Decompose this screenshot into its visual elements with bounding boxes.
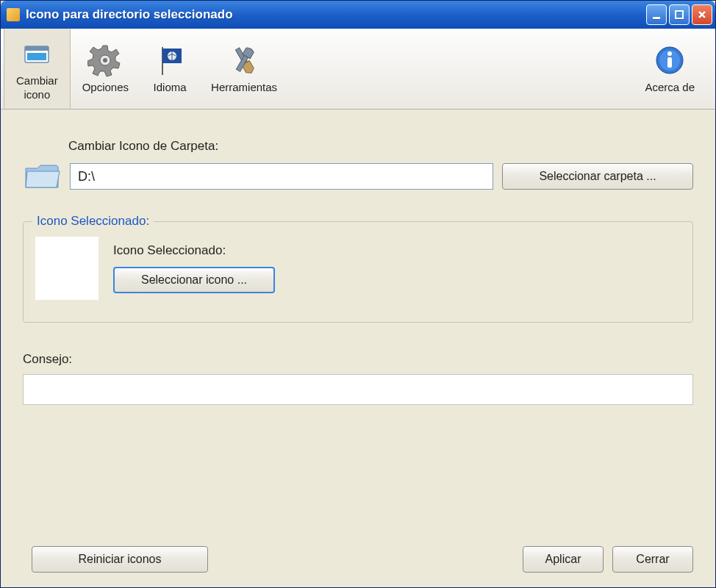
folder-path-input[interactable] [70, 163, 493, 190]
maximize-button[interactable] [669, 4, 690, 25]
svg-rect-0 [653, 17, 660, 19]
select-folder-button[interactable]: Seleccionar carpeta ... [502, 163, 693, 190]
change-icon-icon [19, 36, 54, 71]
folder-row: Seleccionar carpeta ... [23, 161, 693, 192]
reset-icons-button[interactable]: Reiniciar iconos [32, 546, 208, 573]
tip-label: Consejo: [23, 352, 693, 367]
tab-label: Idioma [154, 81, 187, 95]
tab-about[interactable]: Acerca de [633, 29, 706, 109]
svg-rect-14 [667, 57, 672, 68]
gear-icon [87, 43, 123, 78]
window-controls [646, 4, 712, 25]
bottom-button-bar: Reiniciar iconos Aplicar Cerrar [23, 546, 693, 573]
svg-rect-4 [27, 53, 46, 60]
close-button[interactable] [692, 4, 712, 25]
svg-rect-1 [676, 11, 683, 18]
tab-options[interactable]: Opciones [71, 29, 140, 109]
tab-label: Opciones [82, 81, 129, 95]
tab-tools[interactable]: Herramientas [199, 29, 289, 109]
close-dialog-button[interactable]: Cerrar [612, 546, 693, 573]
tab-label: Cambiaricono [16, 74, 58, 102]
minimize-button[interactable] [646, 4, 667, 25]
svg-rect-3 [25, 46, 49, 51]
svg-point-13 [667, 51, 672, 56]
tab-language[interactable]: Idioma [140, 29, 199, 109]
tools-icon [226, 43, 262, 78]
apply-button[interactable]: Aplicar [523, 546, 604, 573]
svg-point-6 [103, 58, 107, 62]
maximize-icon [674, 10, 684, 20]
icon-selected-label: Icono Seleccionado: [113, 243, 275, 258]
content-area: Cambiar Icono de Carpeta: Seleccionar ca… [1, 110, 715, 587]
select-icon-button[interactable]: Seleccionar icono ... [113, 267, 275, 293]
app-icon [7, 8, 20, 21]
tip-display [23, 374, 693, 405]
info-icon [652, 43, 687, 78]
folder-section-label: Cambiar Icono de Carpeta: [68, 139, 693, 154]
tab-label: Herramientas [211, 81, 277, 95]
close-icon [697, 10, 707, 20]
tab-label: Acerca de [645, 81, 695, 95]
tip-section: Consejo: [23, 352, 693, 405]
application-window: Icono para directorio seleccionado [0, 0, 716, 588]
icon-groupbox: Icono Seleccionado: Icono Seleccionado: … [23, 221, 693, 323]
toolbar: Cambiaricono Opciones [1, 29, 715, 110]
icon-preview-box [35, 237, 99, 300]
groupbox-title: Icono Seleccionado: [32, 214, 154, 229]
folder-icon [23, 161, 61, 192]
flag-icon [152, 43, 187, 78]
tab-change-icon[interactable]: Cambiaricono [4, 29, 71, 109]
title-bar: Icono para directorio seleccionado [1, 1, 715, 29]
window-title: Icono para directorio seleccionado [26, 7, 646, 22]
minimize-icon [651, 10, 662, 20]
